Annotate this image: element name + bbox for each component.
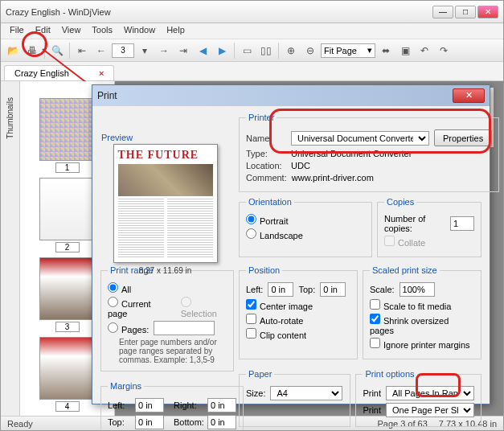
landscape-radio[interactable]: Landscape (246, 228, 303, 240)
find-icon[interactable]: 🔍 (48, 42, 66, 60)
separator (69, 43, 70, 59)
rotate-right-icon[interactable]: ↷ (435, 42, 453, 60)
thumb-num-2: 2 (55, 242, 80, 252)
portrait-radio[interactable]: Portrait (246, 214, 288, 226)
scaled-legend: Scaled print size (370, 265, 440, 275)
scale-input[interactable] (400, 282, 435, 297)
separator (234, 43, 235, 59)
page-number-input[interactable] (112, 43, 134, 58)
printer-name-select[interactable]: Universal Document Converter (291, 131, 429, 146)
margin-top-input[interactable] (135, 415, 164, 429)
prev-page-icon[interactable]: ← (92, 42, 110, 60)
menu-file[interactable]: File (4, 23, 30, 39)
window-close-button[interactable]: ✕ (477, 6, 498, 18)
zoom-in-icon[interactable]: ⊕ (282, 42, 300, 60)
zoom-out-icon[interactable]: ⊖ (301, 42, 319, 60)
dropdown-icon[interactable]: ▾ (136, 42, 154, 60)
layout-cont-icon[interactable]: ▭ (238, 42, 256, 60)
printer-comment-label: Comment: (246, 173, 287, 183)
range-all-radio[interactable]: All (108, 282, 131, 294)
print-layout-select[interactable]: One Page Per Sheet (386, 403, 474, 417)
tab-label: Crazy English (14, 68, 69, 78)
copies-group: Copies Number of copies: Collate (377, 197, 481, 257)
thumbnail-1[interactable] (39, 98, 96, 161)
document-tab[interactable]: Crazy English × (4, 65, 114, 80)
toolbar: 📂 🖶 🔍 ⇤ ← ▾ → ⇥ ◀ ▶ ▭ ▯▯ ⊕ ⊖ Fit Page▾ ⬌… (1, 39, 503, 62)
nav-fwd-icon[interactable]: ▶ (213, 42, 231, 60)
printer-comment-value: www.print-driver.com (292, 173, 374, 183)
pos-left-input[interactable] (268, 282, 293, 297)
clip-content-checkbox[interactable]: Clip content (246, 328, 306, 340)
range-pages-input[interactable] (154, 321, 215, 335)
thumb-num-1: 1 (55, 162, 80, 173)
menu-tools[interactable]: Tools (86, 23, 118, 39)
menu-help[interactable]: Help (161, 23, 191, 39)
copies-label: Number of copies: (384, 214, 445, 233)
preview-image: THE FUTURE (113, 144, 218, 263)
thumb-num-4: 4 (55, 401, 80, 412)
rotate-left-icon[interactable]: ↶ (416, 42, 433, 60)
print-options-group: Print options PrintAll Pages In Range Pr… (355, 369, 481, 427)
dialog-titlebar[interactable]: Print ✕ (92, 85, 490, 106)
position-legend: Position (246, 265, 282, 275)
open-icon[interactable]: 📂 (4, 42, 22, 60)
popt-legend: Print options (363, 369, 416, 379)
thumbnail-3[interactable] (39, 257, 96, 320)
auto-rotate-checkbox[interactable]: Auto-rotate (246, 314, 303, 326)
paper-legend: Paper (246, 369, 274, 379)
thumbnail-4[interactable] (39, 337, 96, 400)
collate-checkbox[interactable]: Collate (384, 236, 425, 248)
fit-width-icon[interactable]: ⬌ (377, 42, 395, 60)
dialog-title: Print (97, 90, 453, 101)
scale-fit-checkbox[interactable]: Scale to fit media (370, 299, 451, 311)
paper-size-select[interactable]: A4 (270, 386, 342, 400)
menu-view[interactable]: View (56, 23, 87, 39)
separator (278, 43, 279, 59)
thumbnails-sidebar[interactable]: Thumbnails (1, 81, 20, 416)
last-page-icon[interactable]: ⇥ (174, 42, 192, 60)
tab-bar: Crazy English × (1, 62, 503, 81)
range-hint: Enter page numbers and/or page ranges se… (119, 338, 227, 364)
zoom-select[interactable]: Fit Page▾ (321, 43, 375, 58)
menu-window[interactable]: Window (118, 23, 161, 39)
margins-legend: Margins (108, 381, 144, 391)
separator (44, 43, 45, 59)
preview-dimensions: 8.27 x 11.69 in (99, 266, 232, 275)
nav-back-icon[interactable]: ◀ (194, 42, 211, 60)
window-title: Crazy English - WinDjView (6, 7, 432, 17)
properties-button[interactable]: Properties (434, 129, 492, 146)
thumbnails-label: Thumbnails (6, 97, 14, 139)
range-pages-radio[interactable]: Pages: (108, 322, 149, 335)
layout-facing-icon[interactable]: ▯▯ (257, 42, 275, 60)
ignore-margins-checkbox[interactable]: Ignore printer margins (370, 338, 470, 350)
preview-group: Preview THE FUTURE 8.27 x 11.69 in (99, 133, 232, 275)
pos-top-input[interactable] (320, 282, 346, 297)
fit-page-icon[interactable]: ▣ (396, 42, 414, 60)
menubar: File Edit View Tools Window Help (1, 23, 503, 39)
margin-bottom-input[interactable] (207, 415, 236, 429)
first-page-icon[interactable]: ⇤ (73, 42, 91, 60)
printer-type-value: Universal Document Converter (291, 149, 412, 158)
minimize-button[interactable]: — (432, 6, 453, 18)
copies-input[interactable] (450, 216, 474, 231)
print-which-select[interactable]: All Pages In Range (386, 386, 474, 400)
next-page-icon[interactable]: → (155, 42, 173, 60)
dialog-close-button[interactable]: ✕ (453, 88, 485, 103)
tab-close-icon[interactable]: × (99, 68, 104, 78)
paper-size-label: Size: (246, 388, 265, 398)
window-titlebar: Crazy English - WinDjView — □ ✕ (1, 1, 503, 23)
center-image-checkbox[interactable]: Center image (246, 299, 313, 311)
margin-right-label: Right: (174, 400, 203, 410)
range-current-radio[interactable]: Current page (108, 297, 168, 318)
print-dialog: Print ✕ Preview THE FUTURE 8.27 x 11.69 … (92, 84, 490, 404)
margin-right-input[interactable] (207, 398, 236, 413)
margin-left-input[interactable] (135, 398, 164, 413)
orientation-group: Orientation Portrait Landscape (239, 197, 372, 257)
shrink-checkbox[interactable]: Shrink oversized pages (370, 314, 474, 335)
thumbnail-2[interactable] (39, 178, 96, 240)
print-icon[interactable]: 🖶 (23, 42, 41, 60)
maximize-button[interactable]: □ (455, 6, 476, 18)
menu-edit[interactable]: Edit (30, 23, 56, 39)
range-selection-radio[interactable]: Selection (181, 297, 227, 318)
popt1-label: Print (363, 388, 381, 398)
